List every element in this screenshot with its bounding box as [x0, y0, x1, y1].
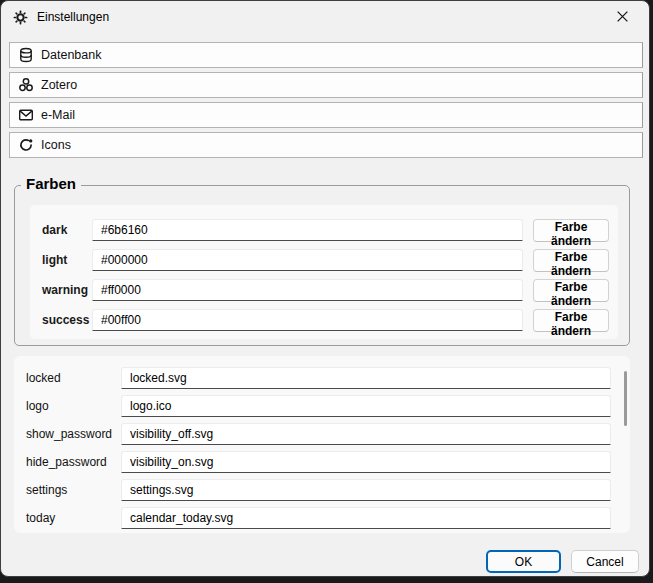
database-icon — [18, 47, 34, 63]
file-row-hide-password: hide_password — [14, 448, 630, 476]
dark-color-input[interactable] — [92, 219, 523, 241]
success-color-input[interactable] — [92, 309, 523, 331]
mail-icon — [18, 107, 34, 123]
file-label-show-password: show_password — [26, 427, 121, 441]
file-row-locked: locked — [14, 364, 630, 392]
color-row-success: success Farbe ändern — [30, 305, 618, 335]
color-label-light: light — [42, 253, 92, 267]
light-color-input[interactable] — [92, 249, 523, 271]
zotero-icon — [18, 77, 34, 93]
file-label-settings: settings — [26, 483, 121, 497]
titlebar: Einstellungen — [1, 1, 649, 33]
farben-group-title: Farben — [21, 175, 81, 192]
color-row-light: light Farbe ändern — [30, 245, 618, 275]
ok-button[interactable]: OK — [486, 550, 561, 573]
color-row-dark: dark Farbe ändern — [30, 215, 618, 245]
hide-password-file-input[interactable] — [121, 451, 611, 473]
icon-files-panel: locked logo show_password hide_password … — [14, 356, 630, 533]
file-label-hide-password: hide_password — [26, 455, 121, 469]
today-file-input[interactable] — [121, 507, 611, 529]
show-password-file-input[interactable] — [121, 423, 611, 445]
file-row-settings: settings — [14, 476, 630, 504]
section-label: e-Mail — [41, 108, 75, 122]
vertical-scrollbar[interactable] — [624, 371, 627, 426]
close-icon — [616, 10, 629, 23]
gear-icon — [13, 10, 28, 25]
file-label-today: today — [26, 511, 121, 525]
file-row-today: today — [14, 504, 630, 532]
file-label-logo: logo — [26, 399, 121, 413]
change-color-button-success[interactable]: Farbe ändern — [533, 309, 609, 332]
file-label-locked: locked — [26, 371, 121, 385]
color-row-warning: warning Farbe ändern — [30, 275, 618, 305]
color-label-dark: dark — [42, 223, 92, 237]
section-label: Zotero — [41, 78, 77, 92]
section-label: Datenbank — [41, 48, 101, 62]
file-row-show-password: show_password — [14, 420, 630, 448]
color-label-success: success — [42, 313, 92, 327]
close-button[interactable] — [601, 2, 643, 31]
farben-panel: dark Farbe ändern light Farbe ändern war… — [30, 205, 618, 339]
section-header-zotero[interactable]: Zotero — [9, 72, 643, 98]
change-color-button-dark[interactable]: Farbe ändern — [533, 219, 609, 242]
change-color-button-light[interactable]: Farbe ändern — [533, 249, 609, 272]
file-row-logo: logo — [14, 392, 630, 420]
locked-file-input[interactable] — [121, 367, 611, 389]
settings-file-input[interactable] — [121, 479, 611, 501]
logo-file-input[interactable] — [121, 395, 611, 417]
change-color-button-warning[interactable]: Farbe ändern — [533, 279, 609, 302]
settings-dialog: Einstellungen Datenbank — [0, 0, 650, 577]
section-header-email[interactable]: e-Mail — [9, 102, 643, 128]
section-header-icons[interactable]: Icons — [9, 132, 643, 158]
section-header-datenbank[interactable]: Datenbank — [9, 42, 643, 68]
color-label-warning: warning — [42, 283, 92, 297]
cancel-button[interactable]: Cancel — [571, 550, 639, 573]
warning-color-input[interactable] — [92, 279, 523, 301]
page-title: Einstellungen — [37, 10, 109, 24]
section-label: Icons — [41, 138, 71, 152]
farben-groupbox: Farben dark Farbe ändern light Farbe änd… — [14, 185, 630, 346]
sync-icon — [18, 137, 34, 153]
